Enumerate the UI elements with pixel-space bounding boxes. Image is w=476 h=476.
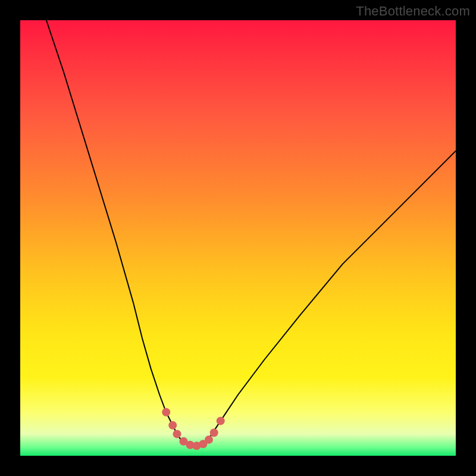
dip-dot — [205, 436, 213, 444]
dip-dots-group — [162, 408, 225, 450]
bottleneck-curve — [46, 20, 456, 446]
dip-dot — [210, 428, 218, 437]
dip-dot — [168, 421, 177, 430]
chart-svg — [20, 20, 456, 456]
dip-dot — [162, 408, 170, 416]
dip-dot — [217, 416, 225, 425]
dip-dot — [173, 430, 181, 438]
attribution-text: TheBottleneck.com — [356, 4, 470, 19]
plot-area — [20, 20, 456, 456]
chart-frame: TheBottleneck.com — [0, 0, 476, 476]
